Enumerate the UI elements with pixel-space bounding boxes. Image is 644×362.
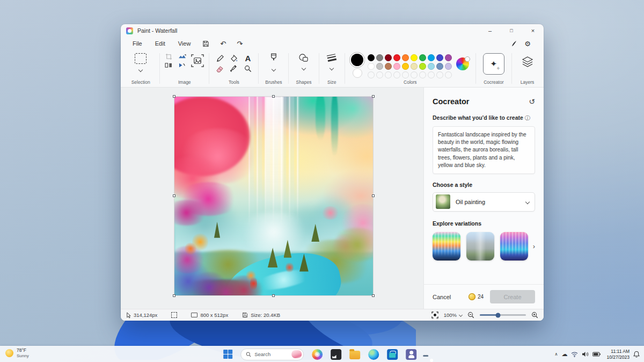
selection-handle[interactable] — [173, 194, 175, 197]
color-swatch[interactable] — [385, 54, 392, 61]
style-dropdown[interactable]: Oil painting — [433, 192, 535, 212]
selection-handle[interactable] — [173, 95, 175, 98]
canvas-area[interactable] — [121, 88, 423, 309]
info-icon[interactable]: ⓘ — [525, 115, 530, 121]
shapes-group[interactable]: Shapes — [290, 50, 317, 87]
color-swatch-empty[interactable] — [402, 71, 409, 78]
color-swatch[interactable] — [445, 63, 452, 70]
zoom-slider-thumb[interactable] — [496, 313, 501, 317]
eraser-tool-icon[interactable] — [216, 66, 224, 73]
tray-chevron-icon[interactable]: ∧ — [555, 352, 558, 357]
color-swatch[interactable] — [411, 54, 418, 61]
selection-group[interactable]: Selection — [123, 50, 158, 87]
fill-tool-icon[interactable] — [230, 55, 238, 62]
color-swatch[interactable] — [402, 63, 409, 70]
selection-handle[interactable] — [372, 294, 375, 297]
flip-icon[interactable] — [165, 62, 172, 68]
color-swatch[interactable] — [428, 54, 435, 61]
variation-thumbnail-2[interactable] — [466, 232, 494, 260]
brushes-group[interactable]: Brushes — [260, 50, 287, 87]
magnifier-tool-icon[interactable] — [244, 65, 252, 73]
color-swatch[interactable] — [428, 63, 435, 70]
selection-handle[interactable] — [272, 294, 275, 297]
color-swatch-empty[interactable] — [411, 71, 418, 78]
weather-widget[interactable]: 78°F Sunny — [5, 348, 29, 358]
edit-colors-wheel-icon[interactable] — [456, 57, 469, 70]
variation-thumbnail-3[interactable] — [500, 232, 528, 260]
taskbar-edge-icon[interactable] — [368, 349, 379, 360]
feedback-brush-icon[interactable] — [511, 40, 517, 47]
color-swatch-empty[interactable] — [436, 71, 443, 78]
selection-handle[interactable] — [372, 194, 375, 197]
undo-button[interactable]: ↶ — [215, 39, 231, 49]
prompt-input[interactable]: Fantastical landscape inspired by the be… — [433, 126, 535, 174]
color-swatch[interactable] — [368, 63, 375, 70]
color-swatch[interactable] — [368, 54, 375, 61]
foreground-color-swatch[interactable] — [351, 54, 363, 66]
zoom-in-icon[interactable] — [531, 312, 538, 318]
start-button[interactable] — [223, 350, 232, 359]
taskbar-copilot-icon[interactable] — [312, 349, 323, 360]
clock[interactable]: 11:11 AM 10/27/2023 — [606, 349, 630, 359]
create-button[interactable]: Create — [490, 290, 535, 303]
wifi-icon[interactable] — [571, 351, 578, 357]
minimize-button[interactable]: – — [479, 24, 501, 37]
color-swatch-empty[interactable] — [376, 71, 383, 78]
selection-tool-icon[interactable] — [135, 53, 147, 64]
taskbar-photos-icon[interactable] — [331, 349, 341, 360]
speaker-icon[interactable] — [582, 351, 589, 357]
fit-to-screen-icon[interactable] — [431, 312, 438, 318]
color-swatch[interactable] — [393, 63, 400, 70]
taskbar-paint-icon-active[interactable] — [425, 353, 427, 356]
resize-icon[interactable] — [178, 54, 186, 60]
search-box[interactable]: Search — [240, 349, 304, 360]
color-swatch[interactable] — [411, 63, 418, 70]
selection-chevron-icon[interactable] — [138, 68, 143, 72]
color-swatch[interactable] — [376, 54, 383, 61]
layers-group[interactable]: Layers — [513, 50, 541, 87]
color-swatch[interactable] — [445, 54, 452, 61]
color-swatch-empty[interactable] — [445, 71, 452, 78]
menu-view[interactable]: View — [172, 39, 197, 48]
size-group[interactable]: Size — [320, 50, 344, 87]
background-color-swatch[interactable] — [353, 68, 362, 78]
color-swatch[interactable] — [385, 63, 392, 70]
color-swatch-empty[interactable] — [368, 71, 375, 78]
cocreator-button[interactable]: ✦ ✧ — [483, 53, 504, 75]
color-swatch[interactable] — [419, 63, 426, 70]
taskbar-store-icon[interactable] — [387, 349, 398, 360]
menu-edit[interactable]: Edit — [149, 39, 172, 48]
search-daily-image[interactable] — [291, 350, 302, 358]
color-swatch[interactable] — [419, 54, 426, 61]
zoom-slider[interactable] — [480, 314, 526, 316]
zoom-percent-dropdown[interactable]: 100% — [444, 312, 462, 318]
color-swatch-empty[interactable] — [419, 71, 426, 78]
color-swatch[interactable] — [393, 54, 400, 61]
color-swatch[interactable] — [402, 54, 409, 61]
zoom-out-icon[interactable] — [467, 312, 474, 318]
maximize-button[interactable]: □ — [501, 24, 522, 37]
redo-button[interactable]: ↷ — [231, 39, 248, 49]
text-tool-icon[interactable]: A — [245, 54, 251, 62]
color-swatch-empty[interactable] — [428, 71, 435, 78]
image-properties-icon[interactable] — [191, 54, 204, 68]
rotate-icon[interactable] — [178, 62, 186, 68]
onedrive-cloud-icon[interactable]: ☁ — [561, 351, 567, 357]
color-swatch[interactable] — [376, 63, 383, 70]
canvas[interactable] — [174, 97, 373, 295]
variation-thumbnail-1[interactable] — [433, 232, 460, 260]
selection-handle[interactable] — [372, 95, 375, 98]
variations-next-icon[interactable]: › — [533, 242, 535, 250]
notification-bell-icon[interactable] — [633, 351, 640, 358]
save-button[interactable] — [197, 39, 215, 48]
selection-handle[interactable] — [173, 294, 175, 297]
battery-icon[interactable] — [592, 352, 601, 357]
pencil-tool-icon[interactable] — [216, 55, 224, 62]
color-swatch[interactable] — [436, 54, 443, 61]
color-swatch[interactable] — [436, 63, 443, 70]
close-button[interactable]: × — [522, 24, 544, 37]
color-swatch-empty[interactable] — [385, 71, 392, 78]
settings-gear-icon[interactable]: ⚙ — [524, 40, 531, 48]
history-icon[interactable]: ↺ — [529, 97, 535, 106]
taskbar-file-explorer-icon[interactable] — [349, 351, 360, 359]
